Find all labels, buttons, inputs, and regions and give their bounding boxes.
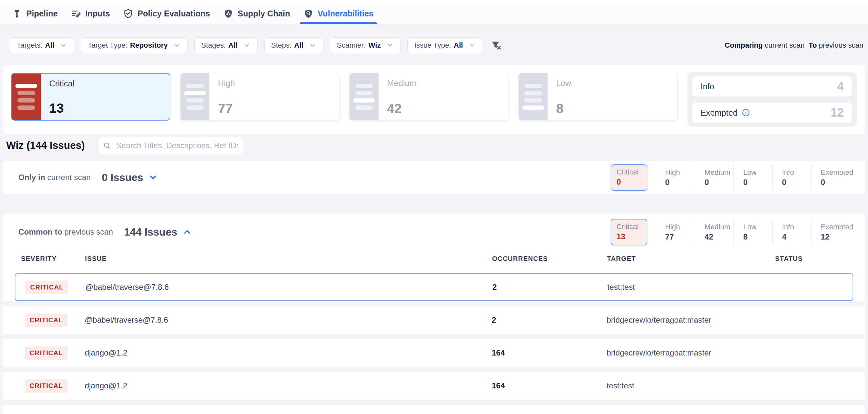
severity-card[interactable]: Medium 42 (349, 73, 508, 121)
filter-label: Issue Type: (414, 41, 451, 50)
severity-count-pill[interactable]: Exempted 0 (811, 165, 849, 190)
pill-label: Medium (705, 168, 734, 177)
filter-dropdown[interactable]: Steps:All (264, 37, 324, 53)
severity-badge: CRITICAL (25, 280, 68, 294)
severity-card[interactable]: Low 8 (518, 73, 678, 121)
severity-count-pill[interactable]: High 0 (656, 165, 695, 190)
filter-dropdown[interactable]: Target Type:Repository (81, 37, 188, 53)
pill-value: 0 (782, 178, 811, 187)
issue-cell: @babel/traverse@7.8.6 (85, 283, 492, 292)
severity-count-pill[interactable]: High 77 (656, 219, 695, 245)
clear-filters-button[interactable] (490, 39, 503, 51)
filter-dropdown[interactable]: Issue Type:All (407, 37, 483, 53)
severity-card-label: Medium (387, 79, 500, 88)
comparing-to: To (809, 41, 817, 49)
table-row[interactable]: CRITICAL @babel/traverse@7.8.6 2 bridgec… (15, 306, 853, 334)
chevron-down-icon (148, 173, 158, 182)
tab-pipeline[interactable]: Pipeline (12, 3, 58, 24)
side-cards: Info 4 Exempted 12 (687, 72, 857, 127)
pill-label: Critical (617, 168, 641, 176)
filter-label: Stages: (201, 41, 226, 50)
tab-label: Vulnerabilities (318, 9, 374, 19)
tab-inputs[interactable]: Inputs (71, 3, 110, 24)
comparing-label: Comparing current scan To previous scan (724, 41, 863, 50)
severity-card[interactable]: High 77 (180, 73, 339, 121)
comparing-previous: previous scan (819, 41, 863, 49)
issues-table: CRITICAL @babel/traverse@7.8.6 2 test:te… (3, 267, 865, 405)
chevron-down-icon (386, 41, 394, 49)
side-card[interactable]: Info 4 (692, 76, 852, 97)
severity-count-pill[interactable]: Low 0 (734, 165, 772, 190)
severity-count-group: Critical 0 High 0 Medium 0 Low 0 Info 0 … (611, 164, 849, 191)
tab-label: Policy Evaluations (137, 9, 210, 19)
tab-supply-chain[interactable]: Supply Chain (223, 3, 290, 24)
filter-dropdown[interactable]: Scanner:Wiz (330, 37, 401, 53)
filter-value: All (294, 41, 303, 50)
comparing-bold: Comparing (724, 41, 763, 49)
chevron-up-icon (182, 227, 192, 237)
tab-label: Inputs (85, 9, 110, 19)
vulnerabilities-page: Pipeline Inputs Policy Evaluations (0, 0, 868, 414)
severity-card[interactable]: Critical 13 (11, 73, 170, 121)
issues-toggle[interactable]: 0 Issues (102, 172, 158, 184)
pill-value: 8 (743, 232, 772, 241)
pill-value: 42 (705, 232, 734, 241)
pill-label: Medium (705, 223, 734, 231)
severity-count-group: Critical 13 High 77 Medium 42 Low 8 Info… (611, 219, 849, 245)
severity-gauge-icon (519, 73, 548, 120)
table-header: SEVERITY ISSUE OCCURRENCES TARGET STATUS (15, 250, 853, 267)
pill-value: 0 (821, 178, 849, 187)
table-row[interactable]: CRITICAL @babel/traverse@7.8.6 2 test:te… (15, 273, 853, 301)
severity-count-pill[interactable]: Info 0 (772, 165, 811, 190)
side-card[interactable]: Exempted 12 (692, 102, 852, 123)
column-header-occurrences: OCCURRENCES (492, 255, 607, 263)
severity-count-pill[interactable]: Low 8 (734, 219, 772, 245)
pill-label: Exempted (821, 168, 849, 177)
chevron-down-icon (173, 41, 181, 49)
severity-count-pill[interactable]: Medium 42 (695, 219, 734, 245)
severity-badge: CRITICAL (25, 314, 68, 327)
tab-vulnerabilities[interactable]: Vulnerabilities (303, 3, 374, 24)
severity-count-pill[interactable]: Exempted 12 (811, 219, 849, 245)
filter-label: Scanner: (337, 41, 366, 50)
supply-chain-shield-icon (223, 8, 234, 19)
severity-gauge-icon (350, 73, 378, 120)
target-cell: test:test (607, 381, 775, 390)
severity-card-count: 8 (556, 102, 669, 115)
issue-cell: @babel/traverse@7.8.6 (85, 316, 492, 325)
filter-dropdowns: Targets:All Target Type:Repository Stage… (10, 37, 483, 53)
vulnerability-shield-icon (303, 8, 313, 19)
column-header-severity: SEVERITY (21, 255, 85, 263)
pill-label: High (665, 168, 695, 177)
info-icon[interactable] (742, 109, 750, 117)
severity-count-pill[interactable]: Critical 0 (611, 164, 647, 191)
severity-cards: Critical 13 High 77 (11, 72, 678, 121)
tab-label: Pipeline (26, 9, 58, 19)
issues-toggle[interactable]: 144 Issues (124, 226, 192, 238)
filter-dropdown[interactable]: Stages:All (194, 37, 258, 53)
pill-label: Info (782, 223, 811, 231)
chevron-down-icon (243, 41, 251, 49)
chevron-down-icon (59, 41, 67, 49)
severity-count-pill[interactable]: Critical 13 (611, 219, 647, 245)
severity-summary-panel: Critical 13 High 77 (3, 65, 865, 134)
occurrences-cell: 2 (492, 316, 607, 325)
severity-badge: CRITICAL (25, 379, 68, 393)
severity-count-pill[interactable]: Info 4 (772, 219, 811, 245)
filter-value: All (228, 41, 238, 50)
severity-count-pill[interactable]: Medium 0 (695, 165, 734, 190)
inputs-icon (71, 8, 81, 19)
search-input[interactable] (116, 141, 238, 150)
target-cell: test:test (607, 283, 775, 292)
table-row[interactable]: CRITICAL django@1.2 164 test:test (15, 372, 853, 400)
side-card-label: Info (701, 82, 714, 91)
filter-bar: Targets:All Target Type:Repository Stage… (10, 37, 863, 53)
search-icon (103, 141, 112, 150)
table-row[interactable]: CRITICAL django@1.2 164 bridgecrewio/ter… (15, 339, 853, 367)
tab-policy-evaluations[interactable]: Policy Evaluations (123, 3, 210, 24)
filter-dropdown[interactable]: Targets:All (10, 37, 74, 53)
tab-label: Supply Chain (238, 9, 290, 19)
pill-label: Exempted (821, 223, 849, 231)
filter-label: Targets: (17, 41, 42, 50)
target-cell: bridgecrewio/terragoat:master (607, 316, 775, 325)
